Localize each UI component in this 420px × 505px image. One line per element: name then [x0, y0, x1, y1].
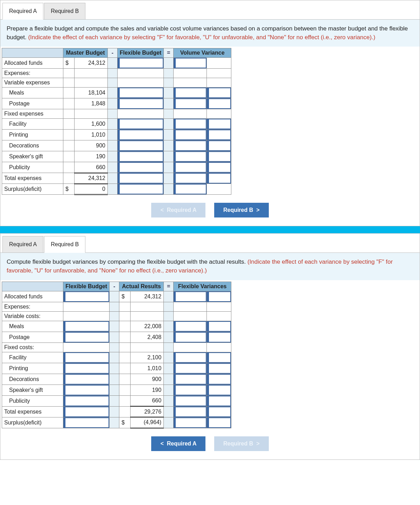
next-label: Required B — [223, 207, 253, 213]
amount-value: 190 — [75, 151, 108, 162]
variance-effect-select[interactable] — [207, 98, 231, 109]
variance-effect-select[interactable] — [207, 151, 231, 162]
operation-cell — [164, 332, 174, 343]
flexible-variance-input[interactable] — [174, 417, 206, 428]
flexible-budget-cell — [118, 151, 164, 162]
tab-required-b-2[interactable]: Required B — [44, 236, 85, 253]
variance-effect-select[interactable] — [207, 173, 231, 184]
volume-variance-input[interactable] — [174, 98, 206, 109]
operation-cell — [110, 321, 119, 332]
flexible-budget-input[interactable] — [63, 385, 109, 395]
flexible-budget-input[interactable] — [63, 321, 109, 332]
flexible-budget-input[interactable] — [118, 130, 163, 140]
flexible-budget-input[interactable] — [63, 407, 109, 417]
volume-variance-input[interactable] — [174, 130, 206, 140]
variance-effect-select[interactable] — [207, 332, 231, 343]
currency-symbol — [63, 130, 75, 140]
variance-effect-select[interactable] — [207, 352, 231, 363]
variance-effect-select[interactable] — [207, 396, 231, 406]
flexible-budget-cell — [63, 363, 110, 374]
flexible-budget-input[interactable] — [118, 184, 163, 194]
operation-cell — [108, 140, 118, 151]
variance-effect-cell — [207, 302, 231, 311]
flexible-budget-input[interactable] — [118, 173, 163, 184]
amount-value: 18,104 — [75, 88, 108, 98]
amount-value — [75, 69, 108, 78]
variance-effect-select[interactable] — [207, 130, 231, 140]
flexible-variance-input[interactable] — [174, 374, 206, 385]
flexible-budget-input[interactable] — [118, 119, 163, 129]
tab-required-a-2[interactable]: Required A — [2, 236, 43, 253]
variance-effect-select[interactable] — [207, 119, 231, 129]
flexible-budget-input[interactable] — [63, 396, 109, 406]
row-label: Variable costs: — [2, 311, 63, 321]
flexible-variance-input[interactable] — [174, 321, 206, 332]
flexible-budget-input[interactable] — [118, 58, 163, 68]
flexible-budget-input[interactable] — [118, 151, 163, 162]
operation-cell — [164, 385, 174, 395]
amount-value — [75, 78, 108, 88]
variance-effect-select[interactable] — [207, 374, 231, 385]
amount-value: 24,312 — [131, 291, 164, 302]
flexible-budget-input[interactable] — [63, 352, 109, 363]
flexible-budget-input[interactable] — [63, 332, 109, 343]
volume-variance-cell — [174, 162, 207, 173]
variance-effect-select[interactable] — [207, 363, 231, 374]
table-row: Allocated funds$24,312 — [2, 58, 231, 69]
table-row: Total expenses24,312 — [2, 173, 231, 184]
volume-variance-input[interactable] — [174, 119, 206, 129]
flexible-budget-input[interactable] — [118, 98, 163, 109]
volume-variance-cell — [174, 151, 207, 162]
volume-variance-input[interactable] — [174, 162, 206, 173]
variance-effect-select[interactable] — [207, 385, 231, 395]
flexible-variance-input[interactable] — [174, 396, 206, 406]
volume-variance-input[interactable] — [174, 151, 206, 162]
flexible-budget-input[interactable] — [63, 291, 109, 302]
amount-value: 0 — [75, 184, 108, 195]
flexible-budget-input[interactable] — [63, 363, 109, 374]
flexible-variance-input[interactable] — [174, 352, 206, 363]
operation-cell — [108, 151, 118, 162]
flexible-variance-input[interactable] — [174, 363, 206, 374]
table-row: Meals22,008 — [2, 321, 231, 332]
table-row: Variable expenses — [2, 78, 231, 88]
table-row: Variable costs: — [2, 311, 231, 321]
flexible-budget-input[interactable] — [63, 417, 109, 428]
volume-variance-cell — [174, 130, 207, 140]
prev-button-b[interactable]: < Required A — [151, 436, 205, 451]
variance-effect-select[interactable] — [207, 407, 231, 417]
flexible-variance-input[interactable] — [174, 385, 206, 395]
row-label: Expenses: — [2, 302, 63, 311]
flexible-variance-input[interactable] — [174, 407, 206, 417]
variance-effect-select[interactable] — [207, 321, 231, 332]
variance-effect-select[interactable] — [207, 417, 231, 428]
variance-effect-select[interactable] — [207, 291, 231, 302]
section-required-b: Required A Required B Compute flexible b… — [0, 233, 420, 459]
tab-required-a[interactable]: Required A — [2, 3, 43, 20]
flexible-variance-input[interactable] — [174, 291, 206, 302]
next-button-a[interactable]: Required B > — [214, 203, 269, 217]
chevron-right-icon: > — [256, 207, 259, 213]
tab-required-b[interactable]: Required B — [44, 3, 85, 20]
volume-variance-input[interactable] — [174, 184, 206, 194]
volume-variance-input[interactable] — [174, 58, 206, 68]
flexible-variance-input[interactable] — [174, 332, 206, 343]
flexible-budget-input[interactable] — [118, 88, 163, 98]
variance-effect-select[interactable] — [207, 140, 231, 151]
volume-variance-cell — [174, 58, 207, 69]
flexible-budget-input[interactable] — [118, 140, 163, 151]
volume-variance-input[interactable] — [174, 173, 206, 184]
flexible-budget-cell — [63, 321, 110, 332]
volume-variance-input[interactable] — [174, 88, 206, 98]
table-row: Decorations900 — [2, 140, 231, 151]
volume-variance-input[interactable] — [174, 140, 206, 151]
row-label: Allocated funds — [2, 291, 63, 302]
operation-cell — [164, 119, 174, 130]
prev-button-a[interactable]: < Required A — [151, 203, 205, 217]
variance-effect-select[interactable] — [207, 162, 231, 173]
variance-effect-select[interactable] — [207, 88, 231, 98]
flexible-budget-input[interactable] — [63, 374, 109, 385]
table-row: Facility1,600 — [2, 119, 231, 130]
flexible-budget-input[interactable] — [118, 162, 163, 173]
next-button-b[interactable]: Required B > — [214, 436, 269, 451]
